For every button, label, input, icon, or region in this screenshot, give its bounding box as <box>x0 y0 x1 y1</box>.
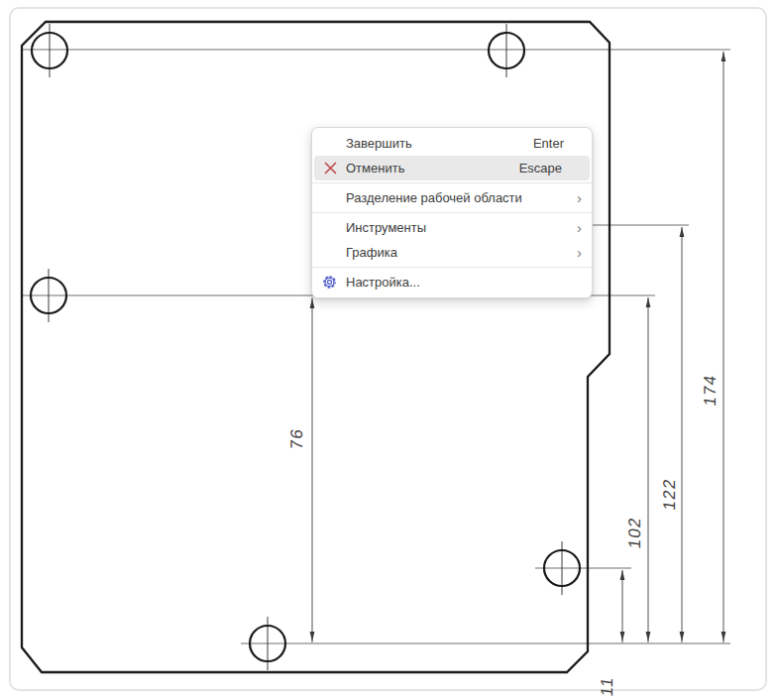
dim-label-102: 102 <box>626 516 645 550</box>
submenu-chevron-icon: › <box>577 245 592 260</box>
cad-drawing-canvas[interactable]: 76 11 102 122 174 <box>0 0 776 700</box>
menu-item-settings[interactable]: Настройка... <box>312 270 592 294</box>
dim-label-76: 76 <box>288 427 307 451</box>
shortcut-escape: Escape <box>519 161 590 175</box>
plate-outline <box>22 22 610 672</box>
dimension-labels: 76 11 102 122 174 <box>288 373 721 697</box>
dim-label-11: 11 <box>599 675 617 698</box>
menu-item-label: Разделение рабочей области <box>346 190 577 205</box>
menu-item-workspace-split[interactable]: Разделение рабочей области › <box>312 185 592 210</box>
menu-separator <box>312 182 592 183</box>
menu-item-label: Графика <box>346 245 577 260</box>
cancel-x-icon <box>314 162 346 175</box>
menu-item-label: Завершить <box>346 136 533 151</box>
shortcut-enter: Enter <box>533 136 592 151</box>
menu-item-graphics[interactable]: Графика › <box>312 240 592 265</box>
menu-item-tools[interactable]: Инструменты › <box>312 215 592 240</box>
menu-item-finish[interactable]: Завершить Enter <box>312 131 592 156</box>
dim-label-122: 122 <box>661 477 680 512</box>
menu-item-label: Отменить <box>346 161 519 175</box>
dim-label-174: 174 <box>702 373 721 408</box>
context-menu: Завершить Enter Отменить Escape Разделен… <box>311 127 593 298</box>
menu-separator <box>312 267 592 268</box>
submenu-chevron-icon: › <box>577 190 592 205</box>
menu-item-label: Инструменты <box>346 220 577 235</box>
submenu-chevron-icon: › <box>577 220 592 235</box>
hole-crosshairs <box>49 24 562 670</box>
menu-separator <box>312 212 592 213</box>
menu-item-label: Настройка... <box>346 275 592 290</box>
menu-item-cancel[interactable]: Отменить Escape <box>314 156 590 180</box>
gear-icon <box>312 275 346 290</box>
